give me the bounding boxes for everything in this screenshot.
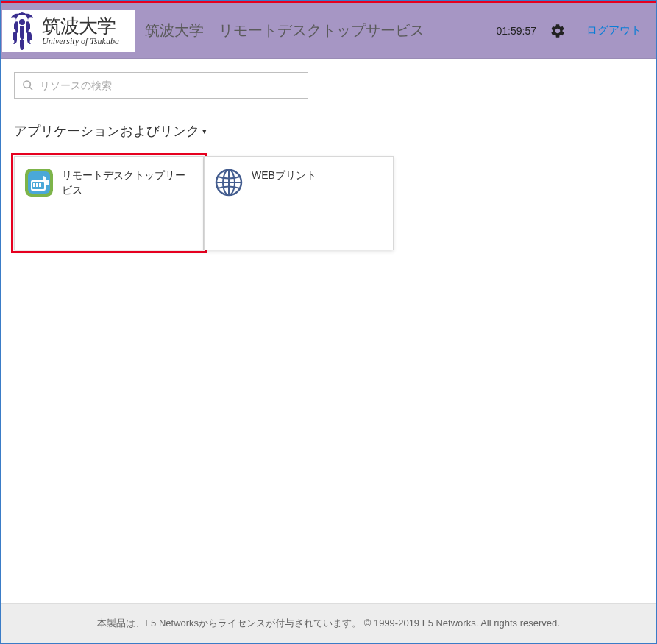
logo-jp-text: 筑波大学: [42, 16, 119, 35]
app-label: リモートデスクトップサービス: [62, 169, 193, 197]
footer: 本製品は、F5 Networksからライセンスが付与されています。 © 1999…: [1, 603, 656, 643]
svg-rect-10: [33, 185, 35, 187]
search-icon: [22, 79, 34, 91]
svg-point-1: [24, 81, 30, 88]
university-logo: 筑波大学 University of Tsukuba: [2, 10, 135, 52]
app-card-remote-desktop[interactable]: リモートデスクトップサービス: [14, 156, 204, 250]
app-cards-row: リモートデスクトップサービス WEBプリント: [14, 156, 643, 250]
logo-text: 筑波大学 University of Tsukuba: [42, 16, 119, 46]
header-bar: 筑波大学 University of Tsukuba 筑波大学 リモートデスクト…: [1, 3, 656, 59]
logout-link[interactable]: ログアウト: [586, 24, 642, 38]
globe-icon: [215, 169, 243, 197]
svg-rect-7: [33, 183, 35, 185]
section-heading-text: アプリケーションおよびリンク: [14, 122, 199, 140]
section-heading[interactable]: アプリケーションおよびリンク ▾: [14, 122, 643, 140]
remote-desktop-icon: [25, 169, 53, 197]
logo-en-text: University of Tsukuba: [42, 37, 119, 46]
main-content: アプリケーションおよびリンク ▾ リモートデスクト: [1, 59, 656, 250]
page-title: 筑波大学 リモートデスクトップサービス: [145, 21, 425, 40]
svg-point-0: [19, 19, 25, 25]
svg-line-2: [29, 87, 32, 90]
crest-icon: [5, 12, 39, 50]
app-card-web-print[interactable]: WEBプリント: [204, 156, 394, 250]
svg-rect-12: [39, 185, 41, 187]
search-input[interactable]: [40, 79, 300, 91]
svg-rect-11: [36, 185, 38, 187]
footer-text: 本製品は、F5 Networksからライセンスが付与されています。 © 1999…: [97, 617, 560, 630]
session-timer: 01:59:57: [497, 25, 537, 37]
gear-icon[interactable]: [550, 23, 566, 39]
app-label: WEBプリント: [252, 169, 316, 183]
search-box[interactable]: [14, 72, 308, 99]
svg-rect-8: [36, 183, 38, 185]
svg-rect-9: [39, 183, 41, 185]
chevron-down-icon: ▾: [202, 127, 207, 136]
